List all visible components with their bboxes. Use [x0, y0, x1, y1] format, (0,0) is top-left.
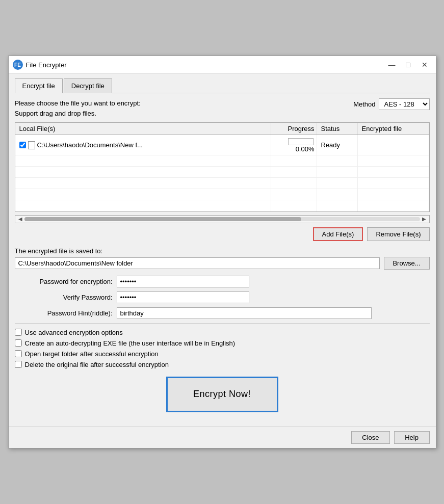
col-status: Status	[317, 123, 357, 135]
option-advanced: Use advanced encryption options	[15, 329, 430, 336]
browse-button[interactable]: Browse...	[384, 257, 430, 270]
file-table-wrapper: Local File(s) Progress Status Encrypted …	[15, 122, 430, 211]
open-folder-label: Open target folder after successful encr…	[25, 350, 159, 358]
method-select[interactable]: AES - 128 AES - 256	[379, 98, 430, 110]
file-name: C:\Users\haodo\Documents\New f...	[37, 141, 143, 149]
scroll-right-icon[interactable]: ▶	[420, 216, 428, 222]
empty-row	[15, 189, 429, 200]
delete-original-checkbox[interactable]	[15, 361, 22, 368]
maximize-button[interactable]: □	[401, 59, 415, 70]
empty-row	[15, 200, 429, 211]
tab-decrypt[interactable]: Decrypt file	[64, 78, 112, 93]
status-cell: Ready	[317, 135, 357, 155]
description-text: Please choose the file you want to encry…	[15, 98, 141, 118]
window-controls: — □ ✕	[385, 59, 432, 70]
scroll-left-icon[interactable]: ◀	[16, 216, 24, 222]
advanced-checkbox[interactable]	[15, 329, 22, 336]
option-delete-original: Delete the original file after successfu…	[15, 361, 430, 368]
description-row: Please choose the file you want to encry…	[15, 98, 430, 118]
scrollbar-thumb	[24, 217, 301, 221]
minimize-button[interactable]: —	[385, 59, 399, 70]
col-local-files: Local File(s)	[15, 123, 271, 135]
save-to-label: The encrypted file is saved to:	[15, 247, 430, 255]
option-auto-decrypt: Create an auto-decrypting EXE file (the …	[15, 339, 430, 347]
verify-password-row: Verify Password:	[15, 291, 430, 303]
method-label: Method	[353, 100, 375, 108]
close-window-button[interactable]: ✕	[417, 59, 432, 70]
col-progress: Progress	[271, 123, 317, 135]
empty-row	[15, 155, 429, 167]
scrollbar-track	[24, 217, 420, 221]
hint-label: Password Hint(riddle):	[15, 309, 117, 317]
password-input[interactable]	[117, 276, 249, 287]
file-cell: C:\Users\haodo\Documents\New f...	[15, 135, 271, 155]
hint-input[interactable]	[117, 307, 372, 319]
bottom-bar: Close Help	[9, 427, 436, 448]
file-checkbox[interactable]	[19, 142, 26, 148]
window-title: File Encrypter	[26, 61, 385, 69]
verify-password-label: Verify Password:	[15, 294, 117, 301]
encrypt-now-button[interactable]: Encrypt Now!	[166, 377, 278, 412]
col-encrypted-file: Encrypted file	[357, 123, 429, 135]
method-row: Method AES - 128 AES - 256	[353, 98, 429, 110]
encrypt-btn-row: Encrypt Now!	[15, 377, 430, 412]
close-button[interactable]: Close	[351, 431, 389, 444]
save-to-input[interactable]	[15, 257, 380, 269]
file-table: Local File(s) Progress Status Encrypted …	[15, 123, 429, 211]
tab-encrypt[interactable]: Encrypt file	[15, 78, 63, 93]
progress-value: 0.00%	[296, 145, 315, 153]
divider	[15, 323, 430, 324]
auto-decrypt-label: Create an auto-decrypting EXE file (the …	[25, 339, 236, 347]
tab-bar: Encrypt file Decrypt file	[15, 78, 430, 93]
delete-original-label: Delete the original file after successfu…	[25, 361, 169, 368]
progress-cell: 0.00%	[271, 135, 317, 155]
save-to-row: Browse...	[15, 257, 430, 270]
empty-row	[15, 178, 429, 189]
empty-row	[15, 167, 429, 178]
help-button[interactable]: Help	[394, 431, 430, 444]
advanced-label: Use advanced encryption options	[25, 329, 123, 336]
password-label: Password for encryption:	[15, 278, 117, 285]
encrypted-file-cell	[357, 135, 429, 155]
window-body: Encrypt file Decrypt file Please choose …	[9, 74, 436, 426]
open-folder-checkbox[interactable]	[15, 350, 22, 357]
auto-decrypt-checkbox[interactable]	[15, 339, 22, 347]
table-row: C:\Users\haodo\Documents\New f... 0.00% …	[15, 135, 429, 155]
main-window: FE File Encrypter — □ ✕ Encrypt file Dec…	[8, 56, 436, 448]
horizontal-scrollbar[interactable]: ◀ ▶	[15, 215, 430, 223]
remove-files-button[interactable]: Remove File(s)	[367, 227, 429, 241]
title-bar: FE File Encrypter — □ ✕	[9, 56, 436, 74]
progress-bar	[288, 138, 314, 145]
hint-row: Password Hint(riddle):	[15, 307, 430, 319]
file-action-buttons: Add File(s) Remove File(s)	[15, 227, 430, 241]
password-row: Password for encryption:	[15, 276, 430, 287]
verify-password-input[interactable]	[117, 291, 249, 303]
file-icon	[28, 141, 35, 149]
option-open-folder: Open target folder after successful encr…	[15, 350, 430, 358]
app-icon: FE	[13, 60, 23, 70]
add-files-button[interactable]: Add File(s)	[313, 227, 363, 241]
